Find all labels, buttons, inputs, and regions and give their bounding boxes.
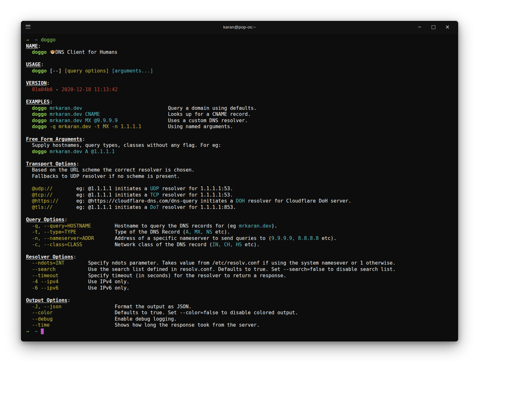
- text-segment: Use IPv6 only.: [59, 285, 130, 291]
- text-segment: Looks up for a CNAME record.: [100, 111, 251, 117]
- text-segment: [26, 279, 32, 285]
- text-segment: EXAMPLES: [26, 99, 50, 105]
- text-segment: NAME: [26, 43, 38, 49]
- text-segment: [26, 316, 32, 322]
- terminal-line: --time Shows how long the response took …: [26, 322, 453, 329]
- terminal-line: → ~ doggo: [26, 37, 453, 43]
- text-segment: Network class of the DNS record (: [82, 242, 212, 247]
- text-segment: Resolver Options: [26, 254, 73, 260]
- terminal-line: Supply hostnames, query types, classes w…: [26, 142, 453, 149]
- text-segment: [26, 149, 32, 154]
- text-segment: Output Options: [26, 297, 67, 303]
- text-segment: Transport Options: [26, 161, 76, 167]
- text-segment: @https://: [32, 198, 59, 204]
- text-segment: doggo: [32, 149, 47, 154]
- text-segment: [26, 273, 32, 279]
- text-segment: -c, --class=CLASS: [32, 242, 82, 247]
- text-segment: -q, --query=HOSTNAME: [32, 223, 91, 229]
- terminal-line: @https:// eg: @https://cloudflare-dns.co…: [26, 198, 453, 204]
- terminal-line: --debug Enable debug logging.: [26, 316, 453, 322]
- text-segment: [109, 68, 112, 74]
- text-segment: [47, 49, 49, 55]
- text-segment: [47, 111, 49, 117]
- text-segment: --time: [32, 322, 50, 328]
- text-segment: VERSION: [26, 80, 47, 86]
- text-segment: mrkaran.dev MX @9.9.9.9: [50, 118, 118, 123]
- text-segment: --search: [32, 266, 56, 272]
- text-segment: UDP: [150, 186, 159, 191]
- text-segment: Defaults to true. Set --color=false to d…: [53, 310, 298, 316]
- minimize-button[interactable]: −: [413, 21, 426, 33]
- text-segment: Fallbacks to UDP resolver if no scheme i…: [26, 173, 180, 179]
- text-segment: --ndots=INT: [32, 260, 65, 266]
- terminal-line: EXAMPLES:: [26, 99, 453, 105]
- text-segment: Supply hostnames, query types, classes w…: [26, 142, 221, 148]
- text-segment: doggo: [41, 37, 56, 43]
- terminal-line: Resolver Options:: [26, 254, 453, 260]
- text-segment: :: [47, 80, 49, 86]
- terminal-line: -6 --ipv6 Use IPv6 only.: [26, 285, 453, 291]
- text-segment: [26, 204, 32, 210]
- text-segment: [47, 149, 49, 154]
- terminal-window: karan@pop-os:~ − □ × → ~ doggoNAME: dogg…: [21, 21, 458, 341]
- terminal-line: Query Options:: [26, 217, 453, 223]
- text-segment: :: [76, 161, 79, 167]
- text-segment: -4 --ipv4: [32, 279, 59, 285]
- text-segment: Hostname to query the DNS records for (e…: [91, 223, 239, 229]
- text-segment: [26, 322, 32, 328]
- text-segment: resolver for 1.1.1.1:853.: [159, 204, 236, 210]
- text-segment: A, MX, NS: [186, 229, 212, 235]
- terminal-line: [26, 130, 453, 136]
- terminal-line: Fallbacks to UDP resolver if no scheme i…: [26, 173, 453, 180]
- text-segment: Query Options: [26, 217, 64, 222]
- text-segment: [26, 118, 32, 123]
- text-segment: Based on the URL scheme the correct reso…: [26, 167, 195, 173]
- text-segment: [47, 118, 49, 123]
- text-segment: doggo: [32, 111, 47, 117]
- terminal-line: [26, 56, 453, 62]
- menu-icon[interactable]: [26, 24, 30, 29]
- close-button[interactable]: ×: [440, 21, 454, 33]
- terminal-line: -c, --class=CLASS Network class of the D…: [26, 242, 453, 248]
- text-segment: etc).: [242, 242, 260, 247]
- text-segment: Specify timeout (in seconds) for the res…: [59, 273, 286, 279]
- text-segment: mrkaran.dev: [239, 223, 272, 229]
- text-segment: Type of the DNS Record (: [76, 229, 186, 235]
- text-segment: --debug: [32, 316, 53, 322]
- text-segment: eg: @1.1.1.1 initiates a: [53, 204, 150, 210]
- text-segment: eg: @1.1.1.1 initiates a: [53, 186, 150, 191]
- text-segment: -q mrkaran.dev -t MX -n 1.1.1.1: [50, 124, 141, 129]
- terminal-line: @tcp:// eg: @1.1.1.1 initiates a TCP res…: [26, 192, 453, 198]
- text-segment: ).: [272, 223, 278, 229]
- text-segment: 81a04b6: [32, 87, 53, 92]
- text-segment: [26, 223, 32, 229]
- terminal-line: -4 --ipv4 Use IPv4 only.: [26, 279, 453, 285]
- text-segment: Free Form Arguments: [26, 136, 82, 142]
- terminal-line: -q, --query=HOSTNAME Hostname to query t…: [26, 223, 453, 229]
- text-segment: [26, 105, 32, 111]
- text-segment: [29, 329, 35, 334]
- text-segment: @tcp://: [32, 192, 53, 198]
- text-segment: --timeout: [32, 273, 59, 279]
- text-segment: mrkaran.dev A @1.1.1.1: [50, 149, 115, 154]
- text-segment: [47, 124, 49, 129]
- text-segment: DOH: [236, 198, 245, 204]
- text-segment: [26, 87, 32, 92]
- text-segment: [29, 37, 35, 43]
- terminal-line: Free Form Arguments:: [26, 136, 453, 143]
- text-segment: →: [26, 329, 29, 334]
- maximize-button[interactable]: □: [426, 21, 440, 33]
- text-segment: Use the search list defined in resolv.co…: [55, 266, 395, 272]
- terminal-line: --search Use the search list defined in …: [26, 266, 453, 273]
- text-segment: [--]: [47, 68, 64, 74]
- terminal-line: Transport Options:: [26, 161, 453, 167]
- terminal-line: NAME:: [26, 43, 453, 50]
- text-segment: [26, 304, 32, 310]
- text-segment: [38, 329, 41, 334]
- text-segment: [26, 124, 32, 129]
- terminal-screen[interactable]: → ~ doggoNAME: doggo DNS Client for Huma…: [21, 33, 458, 341]
- text-segment: ~: [35, 37, 38, 43]
- window-title: karan@pop-os:~: [223, 25, 256, 29]
- text-segment: resolver for 1.1.1.1:53.: [159, 186, 233, 191]
- text-segment: [arguments...]: [112, 68, 153, 74]
